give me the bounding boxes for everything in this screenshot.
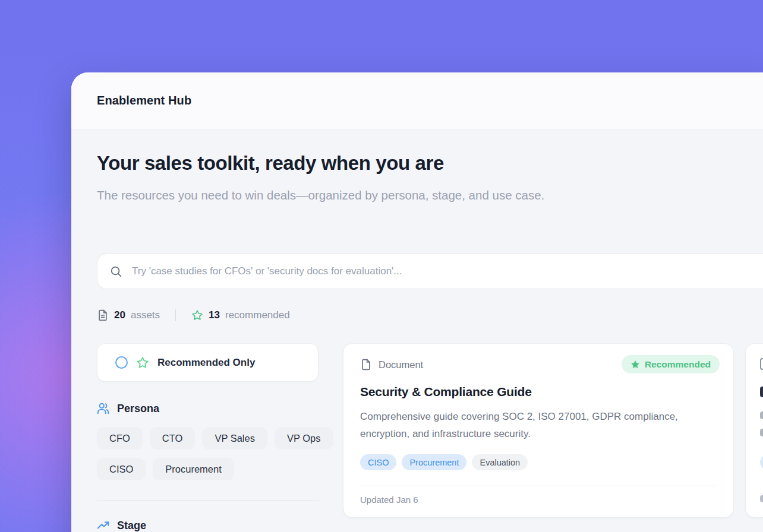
sidebar-divider bbox=[97, 500, 319, 501]
star-icon bbox=[191, 309, 203, 321]
page-subtitle: The resources you need to win deals—orga… bbox=[97, 184, 566, 207]
stats-row: 20 assets 13 recommended bbox=[97, 308, 290, 323]
card-type-row: Document bbox=[360, 358, 423, 371]
stage-section-label: Stage bbox=[117, 520, 146, 532]
star-icon bbox=[136, 356, 149, 369]
users-icon bbox=[97, 402, 110, 415]
persona-section-header: Persona bbox=[97, 402, 159, 415]
recommended-badge-label: Recommended bbox=[645, 359, 711, 370]
card-description: Comprehensive guide covering SOC 2, ISO … bbox=[360, 408, 712, 442]
recommended-stat: 13 recommended bbox=[191, 309, 290, 321]
app-window: Enablement Hub Your sales toolkit, ready… bbox=[71, 72, 763, 532]
radio-circle-icon bbox=[115, 356, 128, 369]
persona-chip-cto[interactable]: CTO bbox=[150, 427, 196, 449]
assets-count: 20 bbox=[114, 309, 125, 321]
card-updated-date: Updated Jan 6 bbox=[360, 495, 418, 505]
recommended-count: 13 bbox=[209, 309, 220, 321]
app-header: Enablement Hub bbox=[71, 72, 763, 129]
trending-up-icon bbox=[97, 519, 110, 532]
file-text-icon bbox=[97, 309, 109, 321]
search-icon bbox=[109, 265, 122, 278]
assets-label: assets bbox=[131, 309, 160, 321]
recommended-badge: Recommended bbox=[622, 355, 720, 373]
page-title: Your sales toolkit, ready when you are bbox=[97, 152, 444, 175]
card-description bbox=[760, 411, 763, 419]
card-type-label: Document bbox=[379, 359, 423, 370]
persona-chip-cfo[interactable]: CFO bbox=[97, 427, 143, 449]
card-title bbox=[760, 387, 763, 397]
card-updated-date bbox=[760, 495, 763, 502]
recommended-only-label: Recommended Only bbox=[157, 357, 255, 369]
persona-section-label: Persona bbox=[117, 403, 159, 415]
app-title: Enablement Hub bbox=[97, 94, 191, 107]
card-title: Security & Compliance Guide bbox=[360, 385, 532, 399]
card-description bbox=[760, 429, 763, 436]
file-icon bbox=[360, 358, 372, 371]
tag-ciso[interactable]: CISO bbox=[360, 454, 396, 470]
assets-stat: 20 assets bbox=[97, 309, 160, 321]
recommended-label: recommended bbox=[225, 309, 290, 321]
persona-chip-vp-ops[interactable]: VP Ops bbox=[275, 427, 333, 449]
card-tags: CISO Procurement Evaluation bbox=[360, 454, 528, 470]
persona-chip-row-2: CISO Procurement bbox=[97, 458, 234, 480]
persona-chip-row-1: CFO CTO VP Sales VP Ops bbox=[97, 427, 333, 449]
persona-chip-vp-sales[interactable]: VP Sales bbox=[202, 427, 267, 449]
file-icon bbox=[760, 358, 763, 370]
search-input[interactable] bbox=[131, 265, 763, 278]
asset-card-security-compliance-guide[interactable]: Document Recommended Security & Complian… bbox=[343, 343, 734, 518]
card-tag bbox=[760, 454, 763, 470]
persona-chip-procurement[interactable]: Procurement bbox=[153, 458, 234, 480]
persona-chip-ciso[interactable]: CISO bbox=[97, 458, 146, 480]
tag-evaluation[interactable]: Evaluation bbox=[472, 454, 528, 470]
card-divider bbox=[360, 486, 717, 486]
tag-procurement[interactable]: Procurement bbox=[402, 454, 466, 470]
purple-backdrop: Enablement Hub Your sales toolkit, ready… bbox=[0, 0, 763, 532]
asset-card-partial[interactable] bbox=[745, 343, 763, 518]
star-filled-icon bbox=[630, 360, 640, 369]
search-bar[interactable] bbox=[97, 254, 763, 289]
recommended-only-toggle[interactable]: Recommended Only bbox=[97, 343, 319, 382]
stats-divider bbox=[175, 309, 176, 321]
stage-section-header: Stage bbox=[97, 519, 146, 532]
